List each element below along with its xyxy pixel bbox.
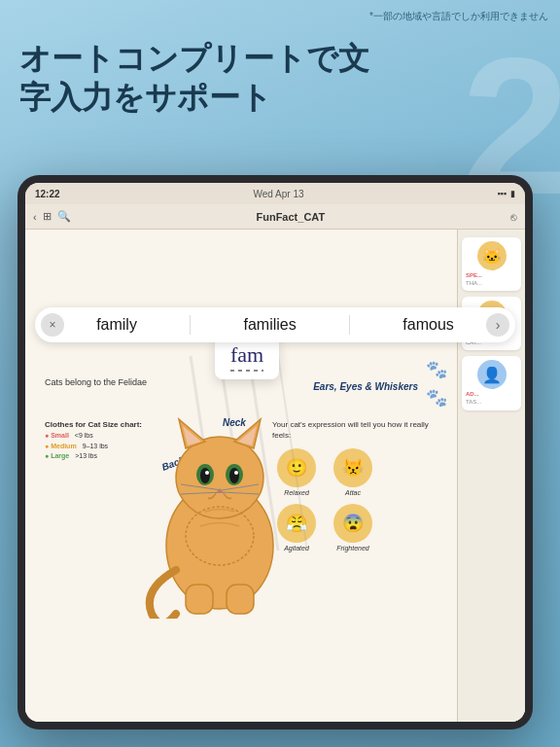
back-icon[interactable]: ‹ xyxy=(33,211,37,223)
fam-underline xyxy=(230,370,263,372)
autocomplete-divider-1 xyxy=(190,315,191,335)
autocomplete-bar[interactable]: × family families famous › xyxy=(35,307,515,342)
sidebar-cat-avatar-1: 🐱 xyxy=(477,241,507,270)
size-small-label: ● Small xyxy=(45,431,69,442)
attack-face: 😾 xyxy=(333,448,372,487)
autocomplete-suggestion-family[interactable]: family xyxy=(85,312,149,338)
autocomplete-close-button[interactable]: × xyxy=(41,313,64,337)
wifi-icon: ▪▪▪ xyxy=(497,189,507,198)
svg-point-5 xyxy=(176,437,263,518)
canvas-area: 🐾🐾 Cats belong to the Felidae fam xyxy=(25,230,525,722)
size-row-large: ● Large >13 lbs xyxy=(45,451,142,462)
size-row-small: ● Small <9 lbs xyxy=(45,431,142,442)
svg-point-13 xyxy=(229,468,239,483)
size-medium-label: ● Medium xyxy=(45,442,77,452)
disclaimer-text: *一部の地域や言語でしか利用できません xyxy=(369,10,548,23)
autocomplete-suggestions: family families famous xyxy=(64,312,486,338)
sidebar-sub-1: THA... xyxy=(466,280,482,287)
sidebar-label-1: SPE... xyxy=(466,272,482,278)
svg-rect-21 xyxy=(186,585,213,614)
title-bar: ‹ ⊞ 🔍 FunFact_CAT ⎋ xyxy=(25,204,525,230)
size-large-weight: >13 lbs xyxy=(75,451,97,462)
search-icon[interactable]: 🔍 xyxy=(57,210,71,223)
grid-icon[interactable]: ⊞ xyxy=(43,210,52,223)
sidebar-card-3[interactable]: 👤 AD... TAS... xyxy=(462,356,521,409)
document-title: FunFact_CAT xyxy=(79,211,503,223)
battery-icon: ▮ xyxy=(510,189,515,198)
sidebar-label-3: AD... xyxy=(466,391,479,397)
back-forward-nav[interactable]: ‹ ⊞ 🔍 xyxy=(33,210,71,223)
fam-text: fam xyxy=(230,342,263,368)
svg-rect-22 xyxy=(227,585,254,614)
status-bar: 12:22 Wed Apr 13 ▪▪▪ ▮ xyxy=(25,183,525,204)
sidebar-person-avatar: 👤 xyxy=(477,360,507,389)
share-icon[interactable]: ⎋ xyxy=(510,211,517,223)
headline-line1: オートコンプリートで文 xyxy=(19,39,369,78)
ipad-screen: 12:22 Wed Apr 13 ▪▪▪ ▮ ‹ ⊞ 🔍 FunFact_CAT… xyxy=(25,183,525,722)
headline: オートコンプリートで文 字入力をサポート xyxy=(19,39,369,117)
ipad-device: 12:22 Wed Apr 13 ▪▪▪ ▮ ‹ ⊞ 🔍 FunFact_CAT… xyxy=(18,175,533,729)
svg-point-15 xyxy=(234,471,238,475)
cat-illustration xyxy=(132,375,307,619)
status-icons: ▪▪▪ ▮ xyxy=(497,189,515,198)
autocomplete-next-button[interactable]: › xyxy=(486,313,509,337)
svg-point-14 xyxy=(205,471,209,475)
sidebar-card-1[interactable]: 🐱 SPE... THA... xyxy=(462,237,521,291)
status-date: Wed Apr 13 xyxy=(253,189,303,199)
size-row-medium: ● Medium 9–13 lbs xyxy=(45,442,142,452)
right-sidebar: 🐱 SPE... THA... 🐱 473... CAT... 👤 AD... … xyxy=(457,230,525,722)
autocomplete-suggestion-families[interactable]: families xyxy=(232,312,308,338)
paw-prints-decoration: 🐾🐾 xyxy=(426,356,447,412)
size-chart: Clothes for Cat Size chart: ● Small <9 l… xyxy=(45,419,142,462)
sidebar-sub-3: TAS... xyxy=(466,399,481,406)
status-time: 12:22 xyxy=(35,189,60,199)
frightened-face: 😨 xyxy=(333,504,372,543)
size-large-label: ● Large xyxy=(45,451,69,462)
headline-line2: 字入力をサポート xyxy=(19,78,369,117)
autocomplete-divider-2 xyxy=(349,315,350,335)
size-small-weight: <9 lbs xyxy=(75,431,93,442)
autocomplete-suggestion-famous[interactable]: famous xyxy=(391,312,465,338)
size-chart-title: Clothes for Cat Size chart: xyxy=(45,419,142,431)
svg-point-12 xyxy=(200,468,210,483)
size-medium-weight: 9–13 lbs xyxy=(83,442,108,452)
title-right-icons: ⎋ xyxy=(510,211,517,223)
